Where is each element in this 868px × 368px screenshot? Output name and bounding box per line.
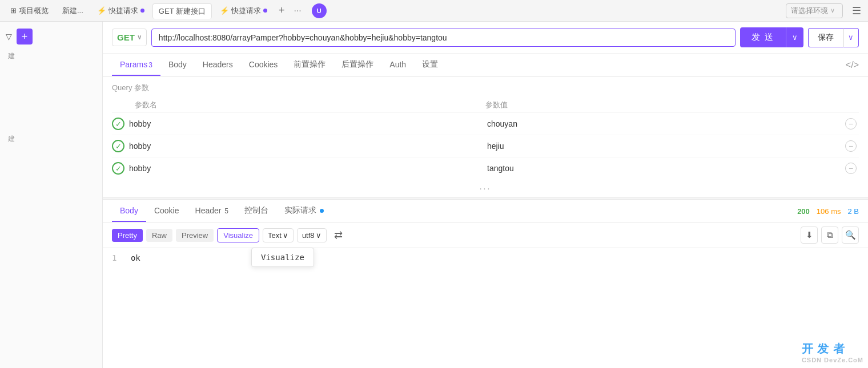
param-name-1[interactable]: hobby [129,119,483,128]
quick-request-2-label: 快捷请求 [231,6,261,16]
url-bar: GET ∨ 发 送 ∨ 保存 ∨ [103,22,868,54]
tab-post-script[interactable]: 后置操作 [333,54,381,76]
tab-pre-script[interactable]: 前置操作 [286,54,333,76]
project-overview-label: 项目概览 [19,6,49,16]
format-preview-button[interactable]: Preview [176,229,214,242]
sidebar: ▽ + 建 建 [0,22,103,368]
code-icon[interactable]: </> [846,60,859,70]
table-row: ✓ hobby hejiu − [112,135,859,157]
params-table: 参数名 参数值 ✓ hobby chouyan − ✓ hobby hejiu … [112,98,859,179]
sidebar-label-build: 建 [0,49,102,63]
get-new-api-tab[interactable]: GET 新建接口 [152,3,212,19]
param-enabled-2[interactable]: ✓ [112,140,124,152]
copy-button[interactable]: ⧉ [821,227,838,244]
tab-params[interactable]: Params3 [112,54,160,76]
visualize-popup[interactable]: Visualize [251,248,314,267]
sidebar-label-build2: 建 [0,132,102,146]
save-button[interactable]: 保存 [808,28,843,47]
sidebar-toolbar: ▽ + [0,26,102,49]
resp-tab-header[interactable]: Header 5 [187,200,237,222]
send-button-group: 发 送 ∨ [740,27,803,47]
search-icon: 🔍 [845,230,856,240]
method-chevron-icon: ∨ [137,34,142,41]
save-chevron-icon: ∨ [848,33,854,42]
param-remove-3[interactable]: − [845,163,857,174]
format-visualize-button[interactable]: Visualize [217,228,259,242]
encoding-label: utf8 [302,231,315,240]
method-label: GET [117,33,135,42]
send-chevron-icon: ∨ [792,33,798,42]
response-status-info: 200 106 ms 2 B [797,207,859,216]
text-format-selector[interactable]: Text ∨ [263,228,294,242]
response-toolbar: Pretty Raw Preview Visualize Text ∨ utf8… [103,223,868,248]
param-value-2[interactable]: hejiu [487,141,841,151]
tab-cookies[interactable]: Cookies [241,54,286,76]
table-row: ✓ hobby tangtou − [112,157,859,179]
request-tabs: Params3 Body Headers Cookies 前置操作 后置操作 A… [103,54,868,77]
param-enabled-1[interactable]: ✓ [112,118,124,130]
param-name-3[interactable]: hobby [129,164,483,173]
tab-settings[interactable]: 设置 [414,54,446,76]
param-value-3[interactable]: tangtou [487,164,841,173]
param-name-2[interactable]: hobby [129,141,483,151]
grid-icon: ⊞ [10,6,17,15]
sidebar-item-project-overview[interactable]: ⊞ 项目概览 [5,3,54,18]
response-size: 2 B [847,207,859,216]
save-button-group: 保存 ∨ [808,28,859,47]
new-tab-label: 新建... [62,6,83,16]
response-time: 106 ms [817,207,841,216]
tab-auth[interactable]: Auth [381,54,414,76]
resp-tab-cookie[interactable]: Cookie [146,200,187,222]
params-table-header: 参数名 参数值 [112,98,859,112]
new-tab-item[interactable]: 新建... [57,3,89,18]
env-selector[interactable]: 请选择环境 ∨ [786,3,843,18]
filter-icon[interactable]: ▽ [6,32,12,41]
quick-request-1-dot [140,9,144,13]
send-dropdown-button[interactable]: ∨ [786,27,803,47]
get-new-api-label: GET 新建接口 [159,6,206,17]
resp-tab-body[interactable]: Body [112,200,146,222]
search-button[interactable]: 🔍 [842,227,859,244]
response-value-1: ok [131,253,140,262]
param-remove-2[interactable]: − [845,140,857,152]
format-pretty-button[interactable]: Pretty [112,229,143,242]
quick-request-2-tab[interactable]: ⚡ 快捷请求 [214,3,273,18]
copy-icon: ⧉ [827,230,833,240]
user-avatar[interactable]: U [312,3,327,18]
save-dropdown-button[interactable]: ∨ [843,28,859,47]
visualize-popup-label: Visualize [261,253,304,262]
download-button[interactable]: ⬇ [801,227,818,244]
text-chevron-icon: ∨ [283,231,288,240]
hamburger-button[interactable]: ☰ [850,5,863,17]
text-format-label: Text [268,231,282,240]
response-action-icons: ⬇ ⧉ 🔍 [801,227,859,244]
sidebar-add-button[interactable]: + [17,29,33,45]
download-icon: ⬇ [806,230,813,240]
content-area: GET ∨ 发 送 ∨ 保存 ∨ Params3 [103,22,868,368]
flash-icon-2: ⚡ [220,6,229,15]
quick-request-1-tab[interactable]: ⚡ 快捷请求 [91,3,150,18]
response-tabs-bar: Body Cookie Header 5 控制台 实际请求 200 [103,200,868,223]
tab-body[interactable]: Body [160,54,195,76]
format-raw-button[interactable]: Raw [146,229,172,242]
env-placeholder: 请选择环境 [791,6,828,16]
col-value-header: 参数值 [485,100,836,110]
col-name-header: 参数名 [135,100,485,110]
param-enabled-3[interactable]: ✓ [112,162,124,175]
response-body: 1 ok Visualize [103,248,868,368]
param-remove-1[interactable]: − [845,118,857,130]
method-selector[interactable]: GET ∨ [112,29,147,46]
wrap-icon[interactable]: ⇄ [330,227,347,244]
quick-request-2-dot [263,9,267,13]
more-tabs-button[interactable]: ··· [290,6,304,16]
send-button[interactable]: 发 送 [740,27,786,47]
add-tab-button[interactable]: + [275,5,288,17]
param-value-1[interactable]: chouyan [487,119,841,128]
params-section: Query 参数 参数名 参数值 ✓ hobby chouyan − ✓ hob… [103,77,868,179]
url-input[interactable] [151,29,736,47]
more-params-button[interactable]: ··· [103,179,868,197]
resp-tab-console[interactable]: 控制台 [236,200,276,223]
encoding-selector[interactable]: utf8 ∨ [297,228,327,242]
tab-headers[interactable]: Headers [195,54,241,76]
resp-tab-actual-request[interactable]: 实际请求 [276,200,332,223]
